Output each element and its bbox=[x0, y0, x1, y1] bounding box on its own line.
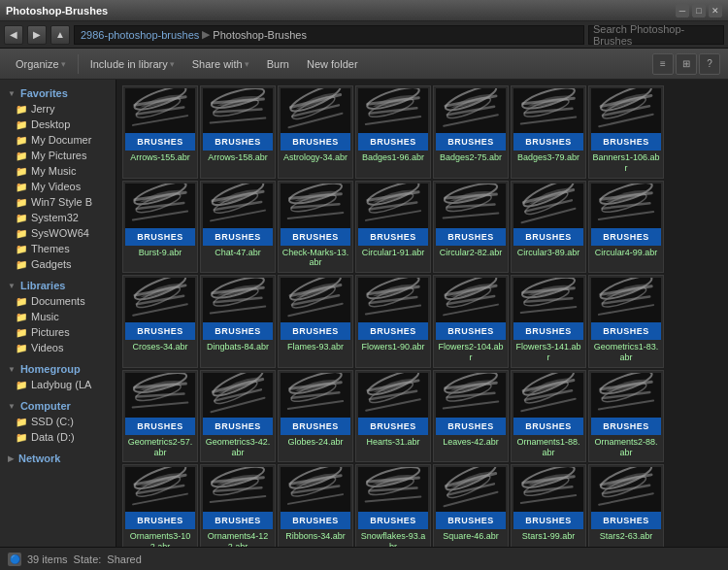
sidebar-item-my-music[interactable]: 📁My Music bbox=[0, 163, 116, 179]
file-item[interactable]: BRUSHES Arrows-155.abr bbox=[122, 85, 198, 179]
view-btn-2[interactable]: ⊞ bbox=[676, 53, 697, 75]
file-item[interactable]: BRUSHES Leaves-42.abr bbox=[433, 370, 509, 463]
thumb-label: BRUSHES bbox=[436, 133, 506, 151]
thumb-label: BRUSHES bbox=[125, 512, 195, 529]
address-path[interactable]: 2986-photoshop-brushes ▶ Photoshop-Brush… bbox=[74, 25, 584, 45]
file-item[interactable]: BRUSHES Ornaments2-88.abr bbox=[588, 370, 664, 463]
file-name: Hearts-31.abr bbox=[365, 435, 420, 450]
sidebar-item-win7-style-b[interactable]: 📁Win7 Style B bbox=[0, 194, 116, 210]
file-item[interactable]: BRUSHES Flowers1-90.abr bbox=[355, 275, 431, 368]
sidebar-item-ladybug--la[interactable]: 📁Ladybug (LA bbox=[0, 377, 116, 392]
thumb-label: BRUSHES bbox=[358, 228, 428, 246]
file-item[interactable]: BRUSHES Badges2-75.abr bbox=[433, 85, 509, 179]
file-item[interactable]: BRUSHES Badges1-96.abr bbox=[355, 85, 431, 179]
file-item[interactable]: BRUSHES Badges3-79.abr bbox=[511, 85, 586, 179]
file-thumbnail: BRUSHES bbox=[358, 184, 428, 246]
thumb-image bbox=[125, 278, 195, 322]
file-item[interactable]: BRUSHES Chat-47.abr bbox=[200, 181, 276, 274]
file-item[interactable]: BRUSHES Arrows-158.abr bbox=[200, 85, 276, 179]
sidebar-item-gadgets[interactable]: 📁Gadgets bbox=[0, 256, 116, 272]
file-item[interactable]: BRUSHES Circular4-99.abr bbox=[588, 181, 664, 274]
thumb-image bbox=[281, 467, 350, 512]
file-item[interactable]: BRUSHES Stars1-99.abr bbox=[511, 464, 586, 547]
sidebar-item-ssd--c--[interactable]: 📁SSD (C:) bbox=[0, 414, 116, 429]
sidebar-item-data--d--[interactable]: 📁Data (D:) bbox=[0, 429, 116, 445]
burn-button[interactable]: Burn bbox=[259, 55, 297, 73]
thumb-label: BRUSHES bbox=[436, 418, 506, 435]
share-with-button[interactable]: Share with ▾ bbox=[184, 55, 257, 73]
organize-button[interactable]: Organize ▾ bbox=[8, 55, 74, 73]
sidebar-item-syswow64[interactable]: 📁SysWOW64 bbox=[0, 225, 116, 241]
thumb-label: BRUSHES bbox=[591, 228, 661, 246]
file-thumbnail: BRUSHES bbox=[203, 88, 273, 151]
minimize-button[interactable]: ─ bbox=[676, 4, 689, 17]
brush-preview-svg bbox=[436, 184, 506, 228]
brush-preview-svg bbox=[358, 467, 428, 512]
sidebar-item-themes[interactable]: 📁Themes bbox=[0, 241, 116, 256]
brush-preview-svg bbox=[513, 373, 583, 418]
sidebar-item-pictures[interactable]: 📁Pictures bbox=[0, 324, 116, 340]
brush-preview-svg bbox=[203, 373, 273, 418]
sidebar-item-jerry[interactable]: 📁Jerry bbox=[0, 101, 116, 117]
file-item[interactable]: BRUSHES Flames-93.abr bbox=[278, 275, 353, 368]
thumb-label: BRUSHES bbox=[591, 133, 661, 151]
file-item[interactable]: BRUSHES Banners1-106.abr bbox=[588, 85, 664, 179]
file-item[interactable]: BRUSHES Dingbats-84.abr bbox=[200, 275, 276, 368]
thumb-label: BRUSHES bbox=[125, 418, 195, 435]
sidebar-item-system32[interactable]: 📁System32 bbox=[0, 210, 116, 225]
brush-preview-svg bbox=[125, 184, 195, 228]
file-item[interactable]: BRUSHES Flowers2-104.abr bbox=[433, 275, 509, 368]
folder-icon: 📁 bbox=[16, 259, 27, 270]
maximize-button[interactable]: □ bbox=[692, 4, 706, 17]
forward-button[interactable]: ▶ bbox=[27, 25, 47, 45]
search-box[interactable]: Search Photoshop-Brushes bbox=[588, 25, 724, 45]
include-in-library-button[interactable]: Include in library ▾ bbox=[83, 55, 182, 73]
file-item[interactable]: BRUSHES Astrology-34.abr bbox=[278, 85, 353, 179]
file-item[interactable]: BRUSHES Croses-34.abr bbox=[122, 275, 198, 368]
sidebar-item-videos[interactable]: 📁Videos bbox=[0, 340, 116, 355]
view-btn-1[interactable]: ≡ bbox=[652, 53, 674, 75]
file-item[interactable]: BRUSHES Ribbons-34.abr bbox=[278, 464, 353, 547]
file-item[interactable]: BRUSHES Geometrics2-57.abr bbox=[122, 370, 198, 463]
file-item[interactable]: BRUSHES Ornaments3-102.abr bbox=[122, 464, 198, 547]
sidebar-item-music[interactable]: 📁Music bbox=[0, 309, 116, 324]
file-item[interactable]: BRUSHES Stars2-63.abr bbox=[588, 464, 664, 547]
file-item[interactable]: BRUSHES Circular3-89.abr bbox=[511, 181, 586, 274]
new-folder-button[interactable]: New folder bbox=[299, 55, 366, 73]
view-buttons: ≡ ⊞ ? bbox=[652, 53, 720, 75]
address-bar: ◀ ▶ ▲ 2986-photoshop-brushes ▶ Photoshop… bbox=[0, 21, 728, 49]
file-thumbnail: BRUSHES bbox=[513, 278, 583, 340]
folder-icon: 📁 bbox=[16, 244, 27, 254]
thumb-label: BRUSHES bbox=[513, 512, 583, 529]
help-btn[interactable]: ? bbox=[699, 53, 720, 75]
file-item[interactable]: BRUSHES Circular2-82.abr bbox=[433, 181, 509, 274]
thumb-label: BRUSHES bbox=[591, 322, 661, 340]
brush-preview-svg bbox=[281, 373, 350, 418]
sidebar-item-my-videos[interactable]: 📁My Videos bbox=[0, 179, 116, 194]
file-item[interactable]: BRUSHES Square-46.abr bbox=[433, 464, 509, 547]
file-item[interactable]: BRUSHES Geometrics3-42.abr bbox=[200, 370, 276, 463]
thumb-label: BRUSHES bbox=[281, 228, 350, 246]
thumb-label: BRUSHES bbox=[203, 228, 273, 246]
back-button[interactable]: ◀ bbox=[4, 25, 23, 45]
sidebar-item-desktop[interactable]: 📁Desktop bbox=[0, 117, 116, 132]
sidebar-item-documents[interactable]: 📁Documents bbox=[0, 293, 116, 309]
file-item[interactable]: BRUSHES Hearts-31.abr bbox=[355, 370, 431, 463]
file-item[interactable]: BRUSHES Geometrics1-83.abr bbox=[588, 275, 664, 368]
file-item[interactable]: BRUSHES Flowers3-141.abr bbox=[511, 275, 586, 368]
up-button[interactable]: ▲ bbox=[50, 25, 70, 45]
state-label: State: bbox=[74, 553, 102, 565]
file-item[interactable]: BRUSHES Burst-9.abr bbox=[122, 181, 198, 274]
file-item[interactable]: BRUSHES Ornaments4-122.abr bbox=[200, 464, 276, 547]
file-name: Arrows-158.abr bbox=[207, 151, 269, 165]
file-item[interactable]: BRUSHES Globes-24.abr bbox=[278, 370, 353, 463]
brush-preview-svg bbox=[281, 278, 350, 322]
file-item[interactable]: BRUSHES Snowflakes-93.abr bbox=[355, 464, 431, 547]
file-item[interactable]: BRUSHES Circular1-91.abr bbox=[355, 181, 431, 274]
brush-preview-svg bbox=[513, 88, 583, 133]
file-item[interactable]: BRUSHES Check-Marks-13.abr bbox=[278, 181, 353, 274]
sidebar-item-my-pictures[interactable]: 📁My Pictures bbox=[0, 148, 116, 163]
sidebar-item-my-documer[interactable]: 📁My Documer bbox=[0, 132, 116, 148]
close-button[interactable]: ✕ bbox=[709, 4, 722, 17]
file-item[interactable]: BRUSHES Ornaments1-88.abr bbox=[511, 370, 586, 463]
